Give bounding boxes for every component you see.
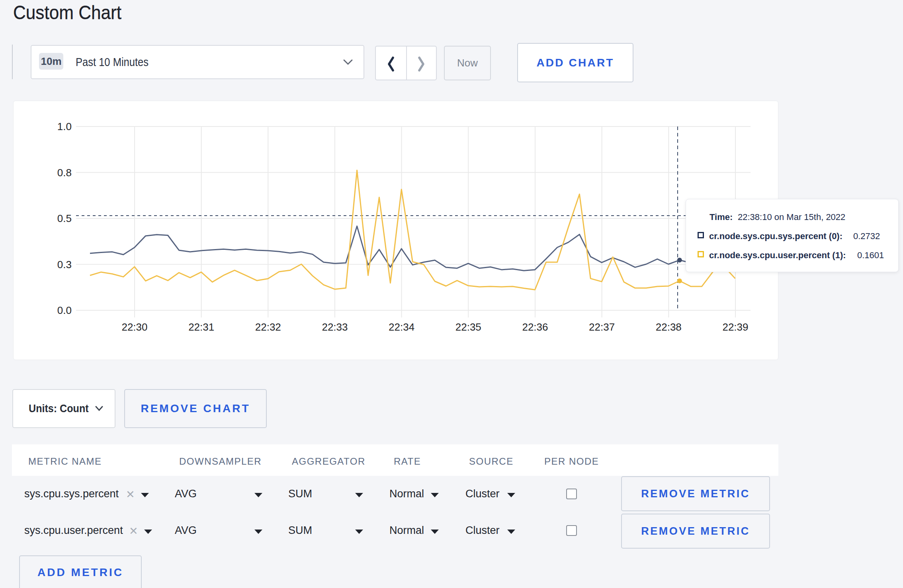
svg-text:22:37: 22:37 <box>589 321 615 333</box>
svg-text:0.8: 0.8 <box>57 167 72 179</box>
svg-text:22:32: 22:32 <box>255 321 281 333</box>
svg-text:22:34: 22:34 <box>389 321 414 333</box>
svg-text:0.3: 0.3 <box>57 259 72 271</box>
svg-text:22:35: 22:35 <box>455 321 481 333</box>
svg-text:22:36: 22:36 <box>522 321 548 333</box>
svg-text:1.0: 1.0 <box>57 121 72 132</box>
svg-text:22:39: 22:39 <box>722 321 748 333</box>
svg-text:22:38: 22:38 <box>656 321 682 333</box>
svg-text:0.0: 0.0 <box>57 304 72 316</box>
svg-text:22:30: 22:30 <box>121 321 147 333</box>
svg-text:22:31: 22:31 <box>188 321 214 333</box>
svg-text:0.5: 0.5 <box>57 212 72 224</box>
svg-text:22:33: 22:33 <box>322 321 348 333</box>
